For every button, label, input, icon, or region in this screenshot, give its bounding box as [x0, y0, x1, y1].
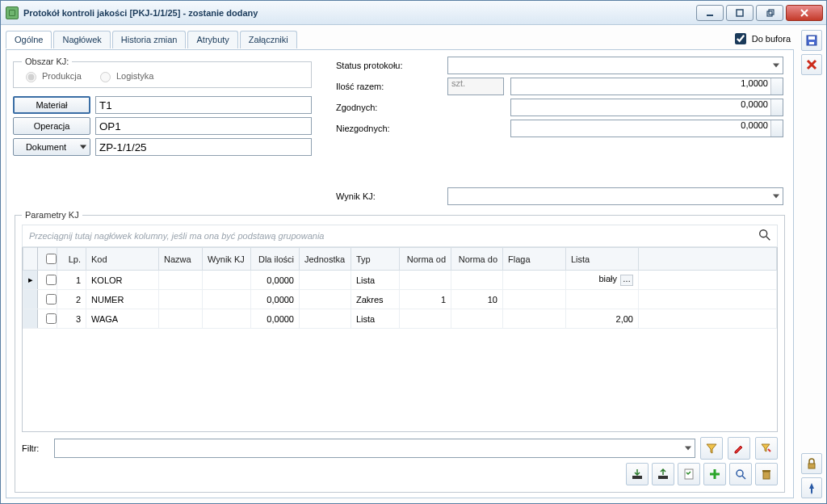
cell-wynik: [203, 309, 251, 329]
right-column: Status protokołu: Ilość razem: szt. 1,00…: [336, 57, 787, 205]
bufor-label: Do bufora: [752, 34, 791, 44]
tool-delete-button[interactable]: [755, 463, 778, 485]
search-icon[interactable]: [758, 228, 772, 244]
save-button[interactable]: [801, 30, 822, 51]
svg-rect-1: [737, 10, 743, 16]
cell-do: 10: [451, 290, 503, 309]
cell-do: [451, 271, 503, 290]
row-checkbox[interactable]: [38, 309, 57, 329]
svg-rect-16: [808, 464, 815, 468]
operacja-input[interactable]: [95, 117, 312, 135]
svg-rect-0: [707, 15, 713, 16]
restore-button[interactable]: [756, 5, 783, 21]
obszar-radio-produkcja[interactable]: Produkcja: [22, 69, 82, 82]
table-row[interactable]: 2NUMER0,0000Zakres110: [23, 290, 777, 309]
ellipsis-button[interactable]: …: [620, 275, 633, 286]
tool-import-button[interactable]: [626, 463, 649, 485]
col-typ[interactable]: Typ: [351, 248, 400, 271]
cell-extra: [639, 290, 777, 309]
group-hint-bar[interactable]: Przeciągnij tutaj nagłówek kolumny, jeśl…: [22, 225, 778, 247]
wynik-select[interactable]: [447, 187, 783, 205]
group-hint-text: Przeciągnij tutaj nagłówek kolumny, jeśl…: [29, 231, 324, 241]
filter-funnel-button[interactable]: [700, 437, 723, 460]
col-checkbox[interactable]: [38, 248, 57, 271]
cell-kod: WAGA: [86, 309, 159, 329]
cell-lista[interactable]: 2,00: [566, 309, 639, 329]
obszar-radio-logistyka[interactable]: Logistyka: [96, 69, 153, 82]
cell-typ: Lista: [351, 309, 400, 329]
tool-add-button[interactable]: [703, 463, 726, 485]
tab-atrybuty[interactable]: Atrybuty: [187, 31, 237, 48]
niezgodnych-value[interactable]: 0,0000: [510, 120, 783, 137]
row-indicator: ▸: [23, 271, 38, 290]
col-dla[interactable]: Dla ilości: [251, 248, 300, 271]
col-lp[interactable]: Lp.: [57, 248, 86, 271]
cell-kod: NUMER: [86, 290, 159, 309]
close-button[interactable]: [786, 5, 823, 21]
col-nazwa[interactable]: Nazwa: [159, 248, 203, 271]
ilosc-label: Ilość razem:: [336, 82, 441, 91]
bufor-checkbox-wrap[interactable]: Do bufora: [732, 31, 794, 47]
svg-rect-7: [658, 476, 668, 479]
dokument-button[interactable]: Dokument: [13, 138, 90, 156]
col-kod[interactable]: Kod: [86, 248, 159, 271]
tool-checklist-button[interactable]: [678, 463, 700, 485]
col-extra: [639, 248, 777, 271]
cell-nazwa: [159, 309, 203, 329]
maximize-button[interactable]: [726, 5, 754, 21]
material-button[interactable]: Materiał: [13, 96, 90, 114]
tab-zalaczniki[interactable]: Załączniki: [240, 31, 297, 48]
col-wynik[interactable]: Wynik KJ: [203, 248, 251, 271]
tab-ogolne[interactable]: Ogólne: [6, 31, 52, 48]
col-flaga[interactable]: Flaga: [503, 248, 566, 271]
params-grid: Lp. Kod Nazwa Wynik KJ Dla ilości Jednos…: [22, 247, 778, 432]
zgodnych-value[interactable]: 0,0000: [510, 99, 783, 116]
tool-export-button[interactable]: [652, 463, 674, 485]
obszar-fieldset: Obszar KJ: Produkcja Logistyka: [13, 57, 312, 88]
lock-button[interactable]: [801, 453, 822, 474]
radio-logistyka[interactable]: [100, 72, 111, 82]
tab-panel: Obszar KJ: Produkcja Logistyka: [6, 49, 794, 498]
pin-button[interactable]: [801, 477, 822, 498]
minimize-button[interactable]: [696, 5, 724, 21]
tab-naglowek[interactable]: Nagłówek: [53, 31, 110, 48]
operacja-button[interactable]: Operacja: [13, 117, 90, 135]
row-checkbox[interactable]: [38, 271, 57, 290]
tab-historia-zmian[interactable]: Historia zmian: [112, 31, 187, 48]
material-input[interactable]: [95, 96, 312, 114]
col-do[interactable]: Norma do: [451, 248, 503, 271]
col-jedn[interactable]: Jednostka: [300, 248, 351, 271]
dokument-input[interactable]: [95, 138, 312, 156]
window-buttons: [694, 5, 826, 21]
cell-lista[interactable]: biały…: [566, 271, 639, 290]
table-row[interactable]: 3WAGA0,0000Lista2,00: [23, 309, 777, 329]
app-icon: [6, 6, 19, 19]
bottom-toolbar: [22, 463, 778, 485]
row-checkbox[interactable]: [38, 290, 57, 309]
tabs-row: Ogólne Nagłówek Historia zmian Atrybuty …: [6, 28, 794, 49]
cell-typ: Zakres: [351, 290, 400, 309]
table-row[interactable]: ▸1KOLOR0,0000Listabiały…: [23, 271, 777, 290]
params-legend: Parametry KJ: [22, 210, 82, 220]
right-toolbar: [799, 25, 826, 503]
bufor-checkbox[interactable]: [735, 33, 746, 44]
ilosc-value[interactable]: 1,0000: [510, 78, 783, 95]
window-title: Protokół kontroli jakości [PKJ-1/1/25] -…: [23, 8, 694, 18]
filter-edit-button[interactable]: [728, 437, 750, 460]
cell-lista[interactable]: [566, 290, 639, 309]
col-od[interactable]: Norma od: [400, 248, 451, 271]
svg-rect-3: [769, 10, 774, 15]
status-select[interactable]: [447, 57, 783, 74]
radio-produkcja[interactable]: [26, 72, 36, 82]
filter-select[interactable]: [54, 439, 695, 458]
svg-line-5: [766, 237, 770, 241]
col-lista[interactable]: Lista: [566, 248, 639, 271]
cell-typ: Lista: [351, 271, 400, 290]
tool-search-button[interactable]: [729, 463, 752, 485]
filter-label: Filtr:: [22, 443, 49, 453]
cancel-button[interactable]: [801, 54, 822, 75]
filter-funnel-edit-button[interactable]: [755, 437, 778, 460]
cell-dla: 0,0000: [251, 309, 300, 329]
cell-wynik: [203, 290, 251, 309]
row-indicator: [23, 309, 38, 329]
